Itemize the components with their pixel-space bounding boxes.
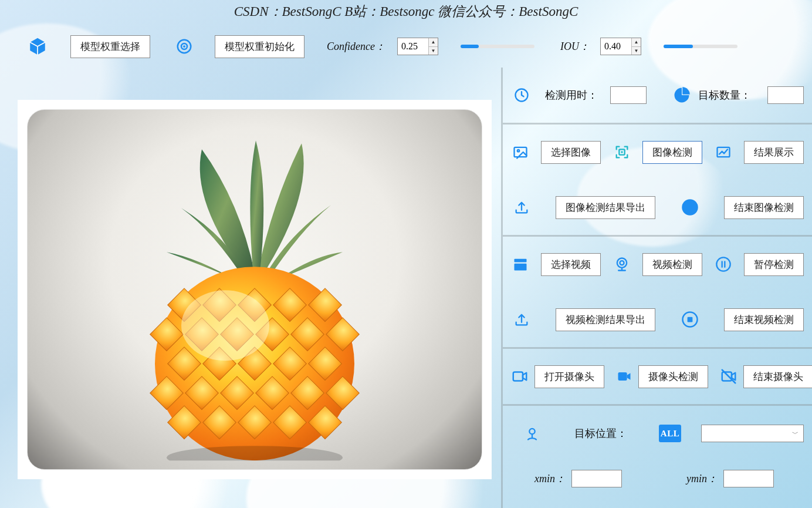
toolbar: 模型权重选择 模型权重初始化 Confidence： ▲▼ IOU： ▲▼ bbox=[27, 29, 803, 63]
camera-off-icon bbox=[720, 366, 737, 387]
svg-rect-49 bbox=[513, 372, 523, 381]
target-count-label: 目标数量： bbox=[698, 88, 751, 102]
svg-point-2 bbox=[183, 45, 185, 48]
svg-rect-42 bbox=[514, 259, 526, 263]
clock-icon bbox=[511, 85, 532, 106]
camera-outline-icon bbox=[511, 366, 529, 387]
iou-input[interactable] bbox=[601, 38, 631, 55]
camera-controls-panel: 打开摄像头 摄像头检测 结束摄像头 bbox=[503, 349, 812, 406]
pause-detect-button[interactable]: 暂停检测 bbox=[744, 253, 804, 276]
svg-point-39 bbox=[621, 151, 623, 153]
target-position-panel: 目标位置： ALL ﹀ xmin： ymin： bbox=[503, 406, 812, 496]
select-image-button[interactable]: 选择图像 bbox=[541, 141, 601, 164]
pie-icon bbox=[671, 85, 692, 106]
svg-point-33 bbox=[181, 290, 269, 361]
video-controls-panel: 选择视频 视频检测 暂停检测 视频检测结果导出 结 bbox=[503, 237, 812, 349]
detect-time-label: 检测用时： bbox=[545, 89, 598, 101]
preview-image bbox=[126, 132, 384, 460]
confidence-label: Confidence： bbox=[327, 39, 385, 53]
cube-icon bbox=[27, 36, 48, 57]
svg-point-52 bbox=[529, 429, 534, 434]
detect-image-button[interactable]: 图像检测 bbox=[642, 141, 702, 164]
iou-spin-up[interactable]: ▲ bbox=[632, 38, 641, 47]
svg-rect-50 bbox=[618, 372, 627, 381]
target-select[interactable]: ﹀ bbox=[701, 425, 804, 442]
svg-rect-51 bbox=[722, 372, 732, 381]
xmin-value bbox=[571, 470, 622, 487]
chevron-down-icon: ﹀ bbox=[792, 429, 799, 438]
confidence-slider[interactable] bbox=[461, 45, 534, 48]
iou-spinbox[interactable]: ▲▼ bbox=[600, 38, 641, 55]
open-camera-button[interactable]: 打开摄像头 bbox=[534, 365, 604, 388]
line-chart-icon bbox=[714, 142, 732, 163]
app-header: CSDN：BestSongC B站：Bestsongc 微信公众号：BestSo… bbox=[0, 2, 812, 21]
pause-circle-icon bbox=[714, 254, 732, 275]
pin-icon bbox=[522, 423, 543, 444]
detect-time-value bbox=[610, 86, 647, 104]
all-badge: ALL bbox=[659, 425, 681, 442]
image-preview-panel bbox=[18, 100, 492, 479]
select-video-button[interactable]: 选择视频 bbox=[541, 253, 601, 276]
close-camera-button[interactable]: 结束摄像头 bbox=[743, 365, 812, 388]
svg-point-37 bbox=[517, 150, 519, 152]
target-count-value bbox=[767, 86, 804, 104]
model-weight-select-button[interactable]: 模型权重选择 bbox=[70, 35, 150, 58]
picture-icon bbox=[511, 142, 529, 163]
preview-frame bbox=[27, 109, 482, 470]
ymin-label: ymin： bbox=[686, 472, 718, 486]
export-video-results-button[interactable]: 视频检测结果导出 bbox=[556, 308, 655, 331]
upload-video-icon bbox=[511, 309, 532, 330]
image-controls-panel: 选择图像 图像检测 结果展示 图像检测结果导出 结 bbox=[503, 125, 812, 237]
svg-point-45 bbox=[620, 261, 624, 265]
check-circle-icon bbox=[679, 197, 701, 218]
svg-rect-48 bbox=[687, 317, 692, 322]
export-image-results-button[interactable]: 图像检测结果导出 bbox=[556, 196, 655, 219]
confidence-spin-down[interactable]: ▼ bbox=[429, 47, 438, 55]
confidence-spinbox[interactable]: ▲▼ bbox=[397, 38, 438, 55]
stats-panel: 检测用时： 目标数量： bbox=[503, 68, 812, 125]
detect-camera-button[interactable]: 摄像头检测 bbox=[638, 365, 708, 388]
iou-label: IOU： bbox=[560, 39, 590, 53]
webcam-icon bbox=[613, 254, 631, 275]
camera-solid-icon bbox=[616, 366, 632, 387]
upload-icon bbox=[511, 197, 532, 218]
iou-slider[interactable] bbox=[664, 45, 737, 48]
svg-point-46 bbox=[716, 257, 730, 271]
video-file-icon bbox=[511, 254, 529, 275]
end-image-detect-button[interactable]: 结束图像检测 bbox=[724, 196, 804, 219]
ymin-value bbox=[723, 470, 774, 487]
confidence-spin-up[interactable]: ▲ bbox=[429, 38, 438, 47]
sidebar: 检测用时： 目标数量： 选择图像 图像检测 bbox=[503, 68, 812, 508]
end-video-detect-button[interactable]: 结束视频检测 bbox=[724, 308, 804, 331]
scan-image-icon bbox=[613, 142, 631, 163]
target-icon bbox=[174, 36, 195, 57]
stop-circle-icon bbox=[679, 309, 701, 330]
show-results-button[interactable]: 结果展示 bbox=[744, 141, 804, 164]
xmin-label: xmin： bbox=[534, 472, 566, 486]
target-position-label: 目标位置： bbox=[574, 428, 627, 439]
iou-spin-down[interactable]: ▼ bbox=[632, 47, 641, 55]
detect-video-button[interactable]: 视频检测 bbox=[642, 253, 702, 276]
confidence-input[interactable] bbox=[398, 38, 428, 55]
model-weight-init-button[interactable]: 模型权重初始化 bbox=[215, 35, 304, 58]
svg-point-44 bbox=[617, 258, 626, 268]
